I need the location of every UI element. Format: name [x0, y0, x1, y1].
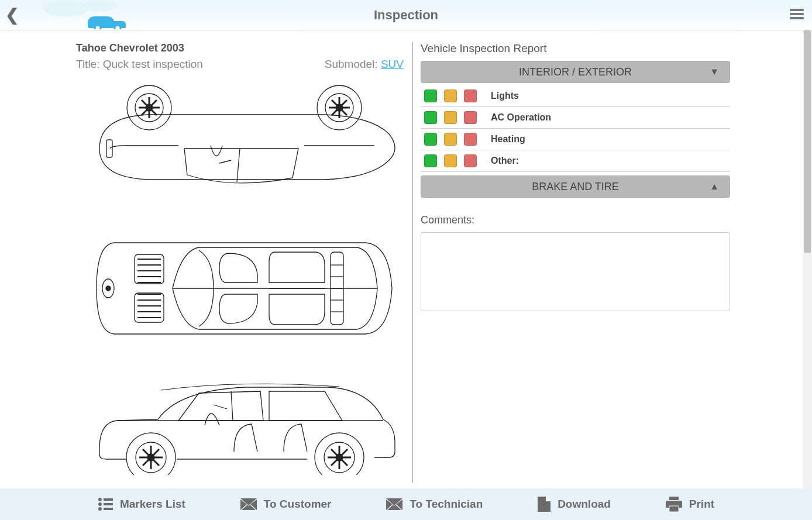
page-title: Inspection — [374, 8, 438, 23]
status-green[interactable] — [424, 154, 437, 167]
svg-rect-53 — [104, 498, 113, 501]
status-yellow[interactable] — [444, 154, 457, 167]
status-red[interactable] — [464, 133, 477, 146]
scrollbar-thumb[interactable] — [804, 30, 811, 253]
check-row-lights: Lights — [421, 85, 730, 107]
menu-button[interactable] — [790, 7, 804, 21]
check-row-heating: Heating — [421, 129, 730, 150]
svg-rect-55 — [104, 503, 113, 505]
check-row-other: Other: — [421, 150, 730, 172]
svg-line-21 — [219, 160, 231, 163]
svg-rect-22 — [106, 140, 112, 157]
car-bottom-view[interactable] — [82, 81, 398, 210]
check-label: AC Operation — [491, 112, 551, 123]
submodel-link[interactable]: SUV — [381, 58, 404, 70]
inspection-title: Title: Quck test inspection — [76, 58, 203, 71]
svg-rect-57 — [104, 508, 113, 510]
svg-point-54 — [98, 502, 102, 506]
car-side-view[interactable] — [82, 367, 398, 475]
download-button[interactable]: Download — [538, 497, 611, 512]
mail-icon — [386, 498, 402, 510]
status-red[interactable] — [464, 111, 477, 124]
svg-line-20 — [237, 149, 240, 182]
status-red[interactable] — [464, 154, 477, 167]
svg-point-0 — [44, 1, 90, 16]
comments-input[interactable] — [421, 232, 730, 311]
svg-point-56 — [98, 507, 102, 511]
status-green[interactable] — [424, 133, 437, 146]
app-logo — [44, 1, 132, 32]
submodel: Submodel: SUV — [325, 58, 404, 71]
report-title: Vehicle Inspection Report — [421, 42, 730, 55]
print-icon — [666, 497, 682, 512]
svg-rect-58 — [669, 497, 679, 500]
mail-icon — [240, 498, 257, 510]
back-button[interactable]: ❮ — [0, 5, 23, 25]
status-red[interactable] — [464, 89, 477, 102]
chevron-up-icon: ▲ — [710, 181, 719, 192]
top-bar: ❮ Inspection — [0, 0, 812, 30]
check-label: Lights — [491, 91, 519, 101]
to-technician-button[interactable]: To Technician — [386, 498, 483, 511]
vehicle-name: Tahoe Chevrolet 2003 — [76, 42, 404, 54]
status-green[interactable] — [424, 89, 437, 102]
check-label: Heating — [491, 134, 525, 144]
status-yellow[interactable] — [444, 133, 457, 146]
footer-bar: Markers List To Customer To Technician D… — [0, 488, 812, 520]
svg-rect-60 — [669, 506, 679, 512]
vehicle-diagrams[interactable] — [76, 81, 404, 475]
markers-list-button[interactable]: Markers List — [98, 497, 185, 511]
svg-point-24 — [106, 286, 111, 291]
chevron-down-icon: ▼ — [710, 67, 719, 77]
print-button[interactable]: Print — [666, 497, 714, 512]
check-row-ac: AC Operation — [421, 107, 730, 129]
svg-point-52 — [98, 498, 102, 501]
list-icon — [98, 497, 113, 511]
car-top-view[interactable] — [82, 218, 398, 359]
section-brake-tire[interactable]: BRAKE AND TIRE ▲ — [421, 175, 730, 198]
status-green[interactable] — [424, 111, 437, 124]
svg-line-50 — [231, 391, 233, 421]
status-yellow[interactable] — [444, 111, 457, 124]
scrollbar[interactable] — [803, 30, 812, 488]
to-customer-button[interactable]: To Customer — [240, 498, 332, 511]
document-icon — [538, 497, 550, 512]
column-divider — [412, 42, 412, 483]
check-label: Other: — [491, 156, 519, 166]
section-interior-exterior[interactable]: INTERIOR / EXTERIOR ▼ — [421, 61, 730, 83]
comments-label: Comments: — [421, 214, 730, 226]
status-yellow[interactable] — [444, 89, 457, 102]
